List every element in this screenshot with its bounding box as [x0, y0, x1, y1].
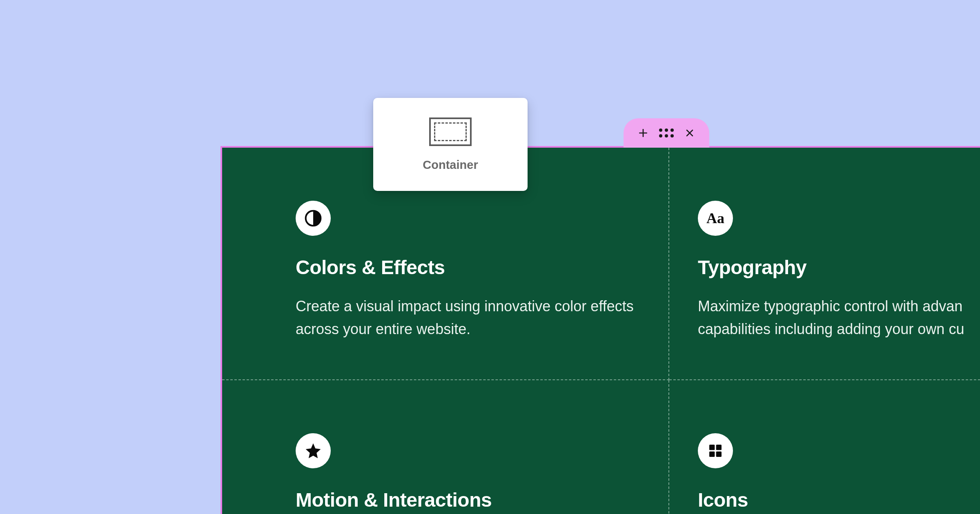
svg-rect-3	[709, 452, 715, 457]
add-button[interactable]	[635, 125, 651, 141]
drag-handle[interactable]	[658, 125, 675, 141]
close-button[interactable]	[682, 125, 698, 141]
feature-cell-typography[interactable]: Aa Typography Maximize typographic contr…	[669, 148, 980, 380]
feature-title: Motion & Interactions	[296, 489, 644, 511]
star-icon	[296, 433, 331, 468]
canvas-section: Colors & Effects Create a visual impact …	[220, 146, 980, 514]
container-icon	[429, 117, 472, 146]
feature-grid: Colors & Effects Create a visual impact …	[222, 148, 980, 514]
feature-title: Typography	[698, 256, 980, 279]
feature-description: Maximize typographic control with advan …	[698, 295, 980, 341]
feature-cell-icons[interactable]: Icons Add styling and motions to icons u…	[669, 380, 980, 514]
typography-icon: Aa	[698, 201, 733, 236]
feature-description: Create a visual impact using innovative …	[296, 295, 644, 341]
svg-rect-2	[716, 445, 722, 450]
container-widget-card[interactable]: Container	[373, 98, 528, 191]
element-toolbar	[624, 118, 709, 148]
grid-icon	[698, 433, 733, 468]
svg-rect-1	[709, 445, 715, 450]
feature-title: Colors & Effects	[296, 256, 644, 279]
svg-rect-4	[716, 452, 722, 457]
widget-label: Container	[423, 158, 478, 172]
contrast-icon	[296, 201, 331, 236]
drag-dots-icon	[659, 128, 674, 137]
feature-title: Icons	[698, 489, 980, 511]
feature-cell-motion[interactable]: Motion & Interactions Add interactions a…	[222, 380, 669, 514]
